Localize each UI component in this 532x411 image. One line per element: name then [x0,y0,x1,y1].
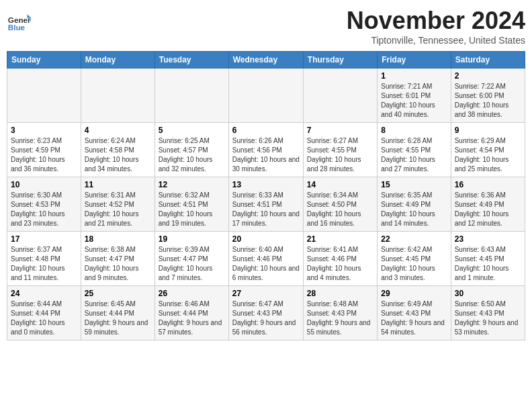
calendar-cell: 17Sunrise: 6:37 AM Sunset: 4:48 PM Dayli… [7,232,81,286]
calendar-cell [81,68,154,123]
day-info: Sunrise: 6:35 AM Sunset: 4:49 PM Dayligh… [381,191,447,228]
day-number: 17 [11,234,77,244]
weekday-header-thursday: Thursday [303,52,377,68]
day-info: Sunrise: 6:28 AM Sunset: 4:55 PM Dayligh… [381,136,447,174]
location: Tiptonville, Tennessee, United States [347,35,525,46]
day-number: 19 [159,234,225,244]
title-block: November 2024 Tiptonville, Tennessee, Un… [347,7,525,46]
calendar-cell: 8Sunrise: 6:28 AM Sunset: 4:55 PM Daylig… [378,123,451,177]
day-info: Sunrise: 6:42 AM Sunset: 4:45 PM Dayligh… [381,245,447,283]
day-number: 21 [307,234,373,244]
calendar-cell: 11Sunrise: 6:31 AM Sunset: 4:52 PM Dayli… [81,177,154,232]
day-number: 9 [455,126,521,135]
day-number: 16 [455,180,521,189]
calendar-cell: 30Sunrise: 6:50 AM Sunset: 4:43 PM Dayli… [451,286,525,340]
day-info: Sunrise: 6:43 AM Sunset: 4:45 PM Dayligh… [455,245,521,283]
day-info: Sunrise: 6:33 AM Sunset: 4:51 PM Dayligh… [232,191,300,228]
day-info: Sunrise: 6:36 AM Sunset: 4:49 PM Dayligh… [455,191,521,228]
calendar-week-5: 24Sunrise: 6:44 AM Sunset: 4:44 PM Dayli… [7,286,525,340]
day-number: 10 [11,180,77,189]
page-header: General Blue November 2024 Tiptonville, … [7,7,525,46]
day-number: 7 [307,126,373,135]
calendar-cell: 6Sunrise: 6:26 AM Sunset: 4:56 PM Daylig… [228,123,303,177]
day-number: 13 [232,180,300,189]
calendar-cell: 26Sunrise: 6:46 AM Sunset: 4:44 PM Dayli… [154,286,228,340]
calendar-cell: 3Sunrise: 6:23 AM Sunset: 4:59 PM Daylig… [7,123,81,177]
weekday-header-sunday: Sunday [7,52,81,68]
day-info: Sunrise: 6:38 AM Sunset: 4:47 PM Dayligh… [85,245,151,283]
weekday-header-saturday: Saturday [451,52,525,68]
day-info: Sunrise: 6:37 AM Sunset: 4:48 PM Dayligh… [11,245,77,283]
day-info: Sunrise: 6:27 AM Sunset: 4:55 PM Dayligh… [307,136,373,174]
day-number: 18 [85,234,151,244]
calendar-cell: 7Sunrise: 6:27 AM Sunset: 4:55 PM Daylig… [303,123,377,177]
calendar-cell: 10Sunrise: 6:30 AM Sunset: 4:53 PM Dayli… [7,177,81,232]
day-info: Sunrise: 6:50 AM Sunset: 4:43 PM Dayligh… [455,300,521,337]
weekday-header-wednesday: Wednesday [228,52,303,68]
day-info: Sunrise: 6:32 AM Sunset: 4:51 PM Dayligh… [159,191,225,228]
day-number: 15 [381,180,447,189]
logo: General Blue [7,9,31,34]
day-number: 30 [455,289,521,298]
day-info: Sunrise: 6:34 AM Sunset: 4:50 PM Dayligh… [307,191,373,228]
calendar-cell [303,68,377,123]
day-number: 24 [11,289,77,298]
day-info: Sunrise: 6:29 AM Sunset: 4:54 PM Dayligh… [455,136,521,174]
weekday-header-tuesday: Tuesday [154,52,228,68]
calendar-cell [7,68,81,123]
calendar-cell: 5Sunrise: 6:25 AM Sunset: 4:57 PM Daylig… [154,123,228,177]
calendar-cell: 19Sunrise: 6:39 AM Sunset: 4:47 PM Dayli… [154,232,228,286]
day-number: 8 [381,126,447,135]
day-info: Sunrise: 6:30 AM Sunset: 4:53 PM Dayligh… [11,191,77,228]
day-info: Sunrise: 6:40 AM Sunset: 4:46 PM Dayligh… [232,245,300,283]
day-number: 23 [455,234,521,244]
calendar-cell: 28Sunrise: 6:48 AM Sunset: 4:43 PM Dayli… [303,286,377,340]
calendar-cell: 27Sunrise: 6:47 AM Sunset: 4:43 PM Dayli… [228,286,303,340]
calendar-table: SundayMondayTuesdayWednesdayThursdayFrid… [7,51,525,340]
day-number: 11 [85,180,151,189]
calendar-cell: 13Sunrise: 6:33 AM Sunset: 4:51 PM Dayli… [228,177,303,232]
calendar-cell: 15Sunrise: 6:35 AM Sunset: 4:49 PM Dayli… [378,177,451,232]
day-number: 25 [85,289,151,298]
day-info: Sunrise: 6:46 AM Sunset: 4:44 PM Dayligh… [159,300,225,337]
logo-icon: General Blue [7,9,31,34]
calendar-cell: 14Sunrise: 6:34 AM Sunset: 4:50 PM Dayli… [303,177,377,232]
day-number: 2 [455,71,521,81]
calendar-cell: 12Sunrise: 6:32 AM Sunset: 4:51 PM Dayli… [154,177,228,232]
calendar-cell [154,68,228,123]
weekday-header-row: SundayMondayTuesdayWednesdayThursdayFrid… [7,52,525,68]
calendar-week-2: 3Sunrise: 6:23 AM Sunset: 4:59 PM Daylig… [7,123,525,177]
day-number: 14 [307,180,373,189]
day-number: 26 [159,289,225,298]
day-number: 20 [232,234,300,244]
month-title: November 2024 [347,7,525,35]
calendar-week-4: 17Sunrise: 6:37 AM Sunset: 4:48 PM Dayli… [7,232,525,286]
day-info: Sunrise: 6:41 AM Sunset: 4:46 PM Dayligh… [307,245,373,283]
day-number: 3 [11,126,77,135]
day-number: 5 [159,126,225,135]
calendar-cell: 21Sunrise: 6:41 AM Sunset: 4:46 PM Dayli… [303,232,377,286]
calendar-cell: 16Sunrise: 6:36 AM Sunset: 4:49 PM Dayli… [451,177,525,232]
day-info: Sunrise: 6:49 AM Sunset: 4:43 PM Dayligh… [381,300,447,337]
day-info: Sunrise: 6:26 AM Sunset: 4:56 PM Dayligh… [232,136,300,174]
day-info: Sunrise: 6:24 AM Sunset: 4:58 PM Dayligh… [85,136,151,174]
calendar-cell: 29Sunrise: 6:49 AM Sunset: 4:43 PM Dayli… [378,286,451,340]
calendar-cell: 22Sunrise: 6:42 AM Sunset: 4:45 PM Dayli… [378,232,451,286]
calendar-cell: 2Sunrise: 7:22 AM Sunset: 6:00 PM Daylig… [451,68,525,123]
calendar-cell: 24Sunrise: 6:44 AM Sunset: 4:44 PM Dayli… [7,286,81,340]
calendar-cell: 20Sunrise: 6:40 AM Sunset: 4:46 PM Dayli… [228,232,303,286]
weekday-header-monday: Monday [81,52,154,68]
calendar-cell: 9Sunrise: 6:29 AM Sunset: 4:54 PM Daylig… [451,123,525,177]
calendar-cell: 25Sunrise: 6:45 AM Sunset: 4:44 PM Dayli… [81,286,154,340]
day-info: Sunrise: 6:25 AM Sunset: 4:57 PM Dayligh… [159,136,225,174]
day-info: Sunrise: 6:31 AM Sunset: 4:52 PM Dayligh… [85,191,151,228]
day-number: 22 [381,234,447,244]
day-number: 6 [232,126,300,135]
day-info: Sunrise: 6:23 AM Sunset: 4:59 PM Dayligh… [11,136,77,174]
day-info: Sunrise: 6:44 AM Sunset: 4:44 PM Dayligh… [11,300,77,337]
calendar-cell: 18Sunrise: 6:38 AM Sunset: 4:47 PM Dayli… [81,232,154,286]
day-info: Sunrise: 6:39 AM Sunset: 4:47 PM Dayligh… [159,245,225,283]
calendar-cell: 4Sunrise: 6:24 AM Sunset: 4:58 PM Daylig… [81,123,154,177]
day-number: 28 [307,289,373,298]
day-number: 27 [232,289,300,298]
